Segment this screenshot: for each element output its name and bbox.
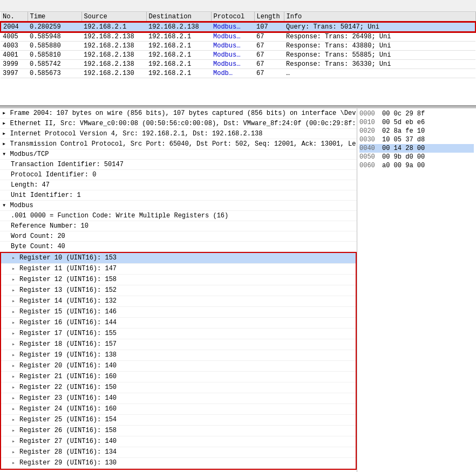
packet-table: No. Time Source Destination Protocol Len… [0,12,476,78]
hex-row: 005000 9b d0 00 [359,153,474,161]
expand-arrow-icon: ▸ [12,298,18,304]
table-row[interactable]: 40030.585880192.168.2.138192.168.2.1Modb… [1,42,475,51]
tree-item-reg27[interactable]: ▸ Register 27 (UINT16): 140 [1,436,356,447]
hex-row: 001000 5d eb e6 [359,118,474,127]
hex-row: 0060a0 00 9a 00 [359,161,474,170]
tree-item-frame[interactable]: ▸ Frame 2004: 107 bytes on wire (856 bit… [0,108,357,119]
expand-arrow-icon: ▸ [12,288,18,293]
table-row[interactable]: 40010.585810192.168.2.138192.168.2.1Modb… [1,51,475,60]
tree-item-reg10[interactable]: ▸ Register 10 (UINT16): 153 [1,253,356,264]
tree-item-reg13[interactable]: ▸ Register 13 (UINT16): 152 [1,285,356,296]
detail-pane: ▸ Frame 2004: 107 bytes on wire (856 bit… [0,108,476,472]
tree-item-modbus[interactable]: ▾ Modbus [0,201,357,211]
tree-item-reg21[interactable]: ▸ Register 21 (UINT16): 160 [1,372,356,382]
tree-item-reg18[interactable]: ▸ Register 18 (UINT16): 157 [1,339,356,350]
expand-arrow-icon: ▸ [12,385,18,391]
hex-row: 000000 0c 29 8f [359,110,474,118]
tree-item-reg24[interactable]: ▸ Register 24 (UINT16): 160 [1,404,356,415]
tree-item-tcp[interactable]: ▸ Transmission Control Protocol, Src Por… [0,139,357,149]
hex-row: 004000 14 28 00 [359,144,474,153]
packet-table-header: No. Time Source Destination Protocol Len… [1,12,475,22]
tree-item-ethernet[interactable]: ▸ Ethernet II, Src: VMware_c0:00:08 (00:… [0,119,357,129]
expand-arrow-icon: ▸ [12,428,18,434]
tree-item-reg22[interactable]: ▸ Register 22 (UINT16): 150 [1,382,356,393]
hex-row: 003010 05 37 d8 [359,135,474,144]
register-box: ▸ Register 10 (UINT16): 153▸ Register 11… [0,252,357,470]
tree-item-reg19[interactable]: ▸ Register 19 (UINT16): 138 [1,350,356,361]
expand-arrow-icon: ▸ [12,406,18,412]
expand-arrow-icon: ▸ [12,255,18,261]
tree-item-reg14[interactable]: ▸ Register 14 (UINT16): 132 [1,296,356,307]
col-header-destination: Destination [146,12,211,22]
tree-item-reg26[interactable]: ▸ Register 26 (UINT16): 158 [1,426,356,436]
expand-arrow-icon: ▸ [12,439,18,444]
col-header-info: Info [284,12,475,22]
tree-item-reg12[interactable]: ▸ Register 12 (UINT16): 158 [1,275,356,285]
tree-item-word_count[interactable]: Word Count: 20 [0,231,357,242]
tree-item-ip[interactable]: ▸ Internet Protocol Version 4, Src: 192.… [0,129,357,139]
hex-pane: 000000 0c 29 8f001000 5d eb e6002002 8a … [357,108,476,472]
col-header-length: Length [254,12,284,22]
expand-arrow-icon: ▸ [12,363,18,369]
packet-list-section: No. Time Source Destination Protocol Len… [0,12,476,106]
tree-item-func_code[interactable]: .001 0000 = Function Code: Write Multipl… [0,211,357,221]
tree-item-reg28[interactable]: ▸ Register 28 (UINT16): 134 [1,447,356,458]
detail-tree[interactable]: ▸ Frame 2004: 107 bytes on wire (856 bit… [0,108,357,472]
expand-arrow-icon: ▸ [12,341,18,347]
table-row[interactable]: 40050.585948192.168.2.138192.168.2.1Modb… [1,32,475,42]
col-header-time: Time [28,12,81,22]
table-row[interactable]: 20040.280259192.168.2.1192.168.2.138Modb… [1,22,475,32]
tree-item-transaction_id[interactable]: Transaction Identifier: 50147 [0,160,357,170]
expand-arrow-icon: ▸ [12,460,18,466]
tree-item-reg25[interactable]: ▸ Register 25 (UINT16): 154 [1,415,356,426]
expand-arrow-icon: ▸ [12,277,18,283]
expand-arrow-icon: ▸ [12,331,18,337]
table-row[interactable]: 39990.585742192.168.2.138192.168.2.1Modb… [1,60,475,69]
packet-table-body: 20040.280259192.168.2.1192.168.2.138Modb… [1,22,475,78]
tree-item-unit_id[interactable]: Unit Identifier: 1 [0,190,357,201]
expand-arrow-icon: ▸ [12,395,18,401]
tree-item-modbus_tcp[interactable]: ▾ Modbus/TCP [0,149,357,160]
expand-arrow-icon: ▸ [12,309,18,315]
tree-item-reg16[interactable]: ▸ Register 16 (UINT16): 144 [1,318,356,329]
expand-arrow-icon: ▸ [12,352,18,358]
tree-item-protocol_id[interactable]: Protocol Identifier: 0 [0,170,357,180]
expand-arrow-icon: ▸ [12,266,18,272]
tree-item-byte_count[interactable]: Byte Count: 40 [0,242,357,252]
filter-toolbar [0,0,476,12]
expand-arrow-icon: ▸ [12,417,18,423]
col-header-protocol: Protocol [211,12,254,22]
tree-item-reg11[interactable]: ▸ Register 11 (UINT16): 147 [1,264,356,275]
col-header-source: Source [81,12,146,22]
table-row[interactable]: 39970.585673192.168.2.130192.168.2.1Modb… [1,69,475,78]
expand-arrow-icon: ▸ [12,449,18,455]
hex-row: 002002 8a fe 10 [359,127,474,135]
expand-arrow-icon: ▸ [12,320,18,326]
col-header-no: No. [1,12,28,22]
tree-item-reg29[interactable]: ▸ Register 29 (UINT16): 130 [1,458,356,469]
tree-item-reg15[interactable]: ▸ Register 15 (UINT16): 146 [1,307,356,318]
tree-item-reg20[interactable]: ▸ Register 20 (UINT16): 140 [1,361,356,372]
tree-item-ref_number[interactable]: Reference Number: 10 [0,221,357,231]
tree-item-reg23[interactable]: ▸ Register 23 (UINT16): 140 [1,393,356,404]
tree-item-length[interactable]: Length: 47 [0,180,357,190]
expand-arrow-icon: ▸ [12,374,18,380]
tree-item-reg17[interactable]: ▸ Register 17 (UINT16): 155 [1,329,356,339]
